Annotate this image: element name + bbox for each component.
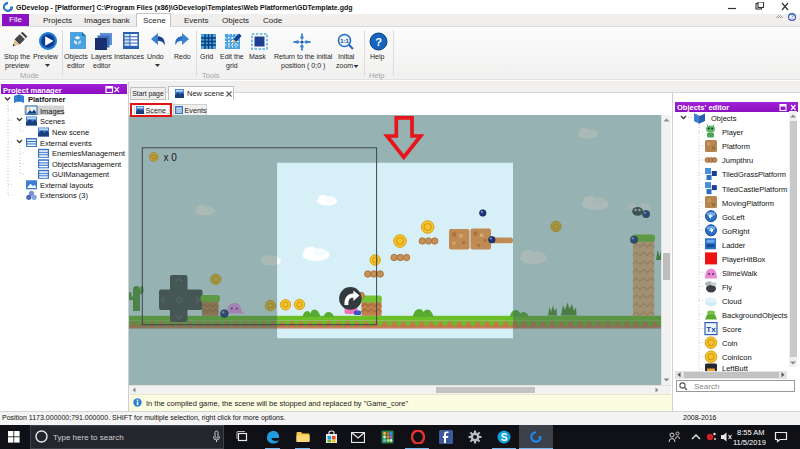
svg-text:SlimeWalk: SlimeWalk (722, 269, 757, 278)
svg-text:Scenes: Scenes (40, 117, 65, 126)
svg-text:Ladder: Ladder (722, 241, 746, 250)
svg-text:BackgroundObjects: BackgroundObjects (722, 311, 788, 320)
svg-text:Tx: Tx (706, 325, 716, 334)
svg-text:Jumpthru: Jumpthru (722, 156, 753, 165)
svg-text:External events: External events (40, 139, 92, 148)
svg-text:MovingPlatform: MovingPlatform (722, 199, 774, 208)
svg-text:GoLeft: GoLeft (722, 213, 745, 222)
svg-text:Cloud: Cloud (722, 297, 742, 306)
svg-text:1:1: 1:1 (340, 38, 349, 44)
svg-text:EnemiesManagement: EnemiesManagement (52, 149, 126, 158)
svg-text:Platform: Platform (722, 142, 750, 151)
svg-text:?: ? (790, 13, 794, 20)
svg-text:ObjectsManagement: ObjectsManagement (52, 160, 122, 169)
svg-text:Player: Player (722, 128, 744, 137)
svg-text:Platformer: Platformer (28, 95, 66, 104)
svg-text:Fly: Fly (722, 283, 732, 292)
svg-text:Extensions (3): Extensions (3) (40, 191, 88, 200)
svg-text:TiledGrassPlatform: TiledGrassPlatform (722, 170, 786, 179)
svg-text:CoinIcon: CoinIcon (722, 353, 752, 362)
svg-text:Score: Score (722, 325, 742, 334)
svg-text:GoRight: GoRight (722, 227, 750, 236)
svg-text:External layouts: External layouts (40, 181, 94, 190)
svg-text:GUIManagement: GUIManagement (52, 170, 110, 179)
svg-text:LeftButt: LeftButt (722, 364, 749, 371)
svg-text:New scene: New scene (52, 128, 89, 137)
svg-text:TiledCastlePlatform: TiledCastlePlatform (722, 185, 787, 194)
svg-text:S: S (501, 432, 508, 443)
svg-text:?: ? (375, 36, 382, 48)
svg-text:Images: Images (40, 107, 65, 116)
svg-text:Coin: Coin (722, 339, 737, 348)
svg-text:x 0: x 0 (164, 152, 178, 163)
svg-text:Objects: Objects (711, 114, 737, 123)
svg-text:PlayerHitBox: PlayerHitBox (722, 255, 766, 264)
